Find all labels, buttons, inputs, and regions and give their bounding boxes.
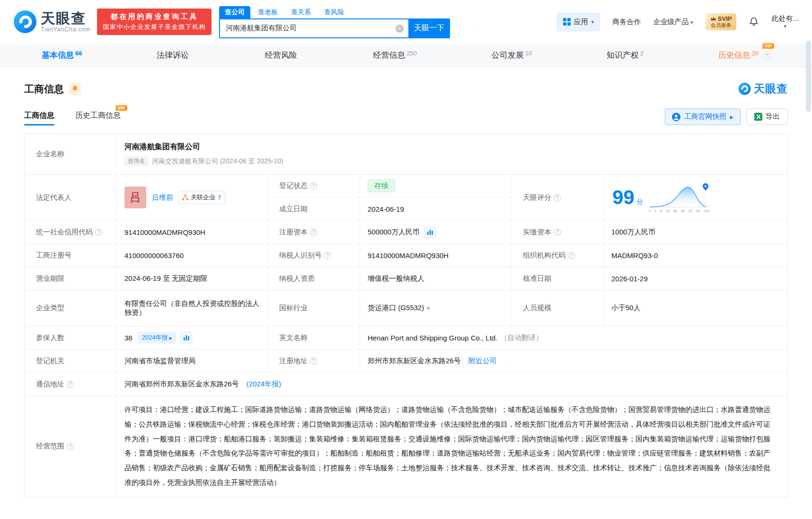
insured-chart-icon[interactable] bbox=[181, 332, 192, 343]
chevron-down-icon: ▾ bbox=[591, 19, 594, 25]
apps-button[interactable]: 应用 ▾ bbox=[557, 13, 600, 31]
capital-chart-icon[interactable] bbox=[424, 226, 436, 238]
enterprise-products-label: 企业级产品 bbox=[653, 18, 688, 26]
related-companies-badge[interactable]: 关联企业 7 bbox=[178, 191, 225, 204]
legal-rep-avatar[interactable]: 吕 bbox=[124, 187, 146, 208]
chevron-down-icon[interactable]: ▾ bbox=[427, 305, 430, 312]
english-name-note: （自动翻译） bbox=[500, 333, 543, 342]
mailing-address-annual-report-link[interactable]: (2024年报) bbox=[247, 380, 281, 389]
registration-status-badge: 存续 bbox=[368, 179, 395, 192]
taxpayer-id-value: 91410000MADMRQ930H bbox=[360, 244, 512, 267]
field-label-registered-address: 注册地址 ? bbox=[268, 349, 360, 372]
subscribe-bell-icon[interactable] bbox=[69, 83, 81, 95]
business-cooperation-link[interactable]: 商务合作 bbox=[612, 18, 641, 27]
tab-business-info[interactable]: 经营信息250 bbox=[373, 50, 417, 61]
official-snapshot-button[interactable]: 工商官网快照 ▸ bbox=[665, 108, 741, 125]
help-icon[interactable]: ? bbox=[67, 381, 74, 388]
help-icon[interactable]: ? bbox=[568, 252, 575, 259]
related-companies-label: 关联企业 bbox=[191, 193, 215, 202]
field-label-registration-status: 登记状态 ? bbox=[268, 175, 360, 197]
tab-intellectual-property[interactable]: 知识产权2 bbox=[607, 50, 644, 61]
subtab-history-registration[interactable]: VIP 历史工商信息 bbox=[75, 111, 121, 125]
help-icon[interactable]: ? bbox=[310, 229, 317, 236]
help-icon[interactable]: ? bbox=[310, 358, 317, 365]
business-term-value: 2024-06-19 至 无固定期限 bbox=[117, 267, 268, 290]
tab-history-info-count: 20 bbox=[752, 50, 759, 57]
mailing-address-value: 河南省郑州市郑东新区金水东路26号 bbox=[124, 380, 239, 389]
export-button[interactable]: 导出 bbox=[746, 108, 788, 125]
org-code-value: MADMRQ93-0 bbox=[604, 244, 787, 267]
tab-company-development-label: 公司发展 bbox=[492, 51, 524, 60]
tianyancha-logo[interactable]: 天眼查 TianYanCha.com bbox=[13, 10, 90, 34]
field-label-registration-authority: 登记机关 bbox=[25, 349, 117, 372]
search-block: 查公司 查老板 查关系 查风险 ✕ 天眼一下 bbox=[219, 6, 450, 38]
field-label-registered-capital: 注册资本 ? bbox=[268, 221, 360, 243]
field-label-credit-code: 统一社会信用代码 ? bbox=[25, 221, 117, 243]
nearby-companies-link[interactable]: 附近公司 bbox=[468, 357, 497, 366]
account-more-label: 此处有... bbox=[771, 14, 799, 23]
tab-legal-proceedings[interactable]: 法律诉讼 bbox=[157, 50, 190, 61]
enterprise-products-link[interactable]: 企业级产品 ▾ bbox=[653, 18, 693, 27]
registration-number-value: 410000000063760 bbox=[117, 244, 268, 267]
tab-history-info[interactable]: VIP 历史信息20 ? bbox=[718, 50, 770, 61]
tab-basic-info-label: 基本信息 bbox=[42, 51, 74, 60]
score-distribution-chart: 0131550839799100 bbox=[649, 182, 709, 213]
field-label-mailing-address: 通信地址 ? bbox=[25, 373, 117, 395]
field-label-registration-number: 工商注册号 bbox=[25, 244, 117, 267]
watermark-text: 天眼查 bbox=[754, 81, 788, 96]
excel-icon bbox=[754, 113, 762, 121]
subtab-business-registration[interactable]: 工商信息 bbox=[24, 111, 54, 125]
field-label-insured-count: 参保人数 bbox=[25, 326, 117, 349]
promo-banner[interactable]: 都在用的商业查询工具 国家中小企业发展子基金旗下机构 bbox=[97, 9, 212, 35]
svip-membership-button[interactable]: SVIP 会员服务 bbox=[706, 13, 737, 31]
tab-basic-info[interactable]: 基本信息66 bbox=[42, 50, 82, 61]
export-label: 导出 bbox=[766, 112, 780, 121]
clear-search-icon[interactable]: ✕ bbox=[396, 25, 404, 33]
promo-banner-line1: 都在用的商业查询工具 bbox=[103, 12, 206, 21]
field-label-industry: 国标行业 bbox=[268, 290, 360, 326]
search-input[interactable] bbox=[219, 18, 408, 38]
chevron-down-icon: ▾ bbox=[690, 19, 693, 25]
field-label-company-name: 企业名称 bbox=[25, 134, 117, 174]
help-icon[interactable]: ? bbox=[324, 252, 331, 259]
search-tab-company[interactable]: 查公司 bbox=[219, 6, 250, 18]
person-circle-icon bbox=[672, 113, 680, 121]
account-more-menu[interactable]: 此处有... ▾ bbox=[771, 14, 799, 29]
tab-operating-risk[interactable]: 经营风险 bbox=[265, 50, 299, 61]
help-icon[interactable]: ? bbox=[554, 229, 561, 236]
search-submit-button[interactable]: 天眼一下 bbox=[408, 18, 450, 38]
field-label-company-type: 企业类型 bbox=[25, 290, 117, 326]
notifications-bell-icon[interactable] bbox=[749, 17, 759, 27]
arrow-right-icon: ▸ bbox=[169, 334, 173, 341]
field-label-taxpayer-quality: 纳税人资质 bbox=[268, 267, 360, 290]
grid-icon bbox=[563, 18, 571, 26]
help-icon[interactable]: ? bbox=[763, 53, 770, 60]
help-icon[interactable]: ? bbox=[554, 194, 561, 201]
former-name-value: 河南交投港航有限公司 (2024-06 至 2025-10) bbox=[152, 157, 283, 166]
business-info-table: 企业名称 河南港航集团有限公司 曾用名 河南交投港航有限公司 (2024-06 … bbox=[24, 134, 788, 497]
legal-rep-name-link[interactable]: 吕维前 bbox=[152, 193, 173, 202]
search-tab-boss[interactable]: 查老板 bbox=[252, 6, 283, 18]
vip-tag: VIP bbox=[762, 43, 774, 49]
field-label-english-name: 英文名称 bbox=[268, 326, 360, 349]
search-tab-relation[interactable]: 查关系 bbox=[285, 6, 317, 18]
field-label-approval-date: 核准日期 bbox=[512, 267, 604, 290]
staff-size-value: 小于50人 bbox=[604, 290, 787, 326]
help-icon[interactable]: ? bbox=[67, 443, 74, 450]
tab-history-info-label: 历史信息 bbox=[718, 51, 750, 60]
search-tab-risk[interactable]: 查风险 bbox=[318, 6, 350, 18]
main-content: 工商信息 天眼查 工商信息 VIP 历史工商信息 bbox=[0, 81, 812, 497]
establish-date-value: 2024-06-19 bbox=[360, 197, 512, 220]
logo-text-en: TianYanCha.com bbox=[41, 26, 90, 33]
tab-company-development[interactable]: 公司发展10 bbox=[492, 50, 532, 61]
field-label-staff-size: 人员规模 bbox=[512, 290, 604, 326]
taxpayer-quality-value: 增值税一般纳税人 bbox=[360, 267, 512, 290]
scrollbar-thumb[interactable] bbox=[806, 41, 811, 112]
help-icon[interactable]: ? bbox=[310, 182, 317, 189]
company-type-value: 有限责任公司（非自然人投资或控股的法人独资） bbox=[117, 290, 268, 326]
annual-report-badge[interactable]: 2024年报 ▸ bbox=[138, 332, 176, 343]
arrow-right-icon: ▸ bbox=[730, 113, 733, 121]
vip-tag: VIP bbox=[115, 105, 127, 111]
help-icon[interactable]: ? bbox=[95, 229, 102, 236]
tianyan-score-value: 99 bbox=[612, 186, 635, 208]
